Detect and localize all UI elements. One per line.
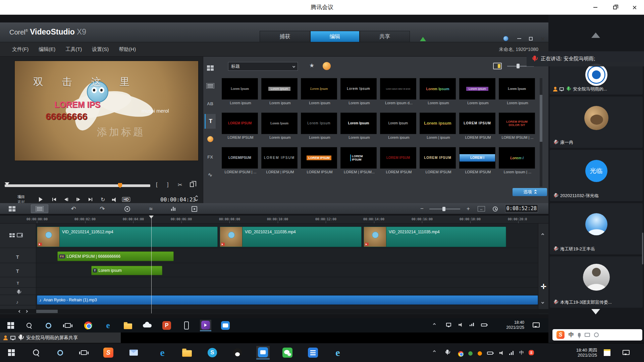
library-thumbnail[interactable]: Lorem ipsumLorem | ipsum bbox=[420, 113, 459, 147]
tray-volume-icon[interactable] bbox=[499, 351, 504, 355]
restore-button[interactable] bbox=[605, 0, 625, 15]
volume-button[interactable] bbox=[112, 197, 117, 202]
library-thumbnail[interactable]: Lorem IpsumLorem ipsum bbox=[301, 113, 340, 147]
timeline-hscrollbar[interactable] bbox=[0, 309, 548, 314]
shared-cortana-icon[interactable] bbox=[43, 320, 54, 331]
shared-start-button[interactable] bbox=[5, 320, 16, 331]
ie-icon[interactable]: e bbox=[331, 346, 344, 359]
tencent-docs-icon[interactable] bbox=[306, 346, 320, 359]
shared-chrome-icon[interactable] bbox=[83, 320, 94, 331]
action-center-icon[interactable] bbox=[623, 350, 630, 355]
go-to-end-button[interactable] bbox=[89, 198, 92, 201]
play-button[interactable] bbox=[39, 197, 43, 202]
scroll-up-arrow-icon[interactable] bbox=[591, 28, 600, 38]
filter-icon[interactable]: FX bbox=[205, 149, 216, 164]
timeline-right-scroll[interactable] bbox=[538, 224, 548, 314]
tab-share[interactable]: 共享 bbox=[360, 31, 410, 42]
library-thumbnail[interactable]: Lorem IpsumLorem ipsum bbox=[499, 78, 538, 113]
record-capture-icon[interactable] bbox=[122, 204, 132, 213]
library-thumbnail[interactable]: Lorem IpsumLorem ipsum bbox=[222, 78, 261, 113]
timeline-view-icon[interactable] bbox=[31, 204, 48, 213]
browse-icon[interactable] bbox=[323, 62, 331, 70]
library-thumbnail[interactable]: Lorem iLorem Ipsum | ... bbox=[499, 147, 538, 182]
input-mode-indicator[interactable]: 中 bbox=[519, 350, 524, 356]
shared-battery-icon[interactable] bbox=[481, 323, 487, 326]
mark-in-icon[interactable]: [ bbox=[156, 182, 157, 188]
sogou-icon[interactable]: S bbox=[102, 346, 115, 359]
previous-frame-button[interactable] bbox=[64, 198, 68, 201]
library-view-toggle-icon[interactable] bbox=[493, 63, 502, 69]
tray-network-icon[interactable] bbox=[509, 351, 514, 355]
ime-keyboard-icon[interactable] bbox=[585, 333, 590, 337]
library-scrollbar[interactable] bbox=[540, 78, 542, 187]
shared-onedrive-icon[interactable] bbox=[142, 320, 153, 331]
tray-green-icon[interactable] bbox=[468, 351, 473, 356]
shared-edge-icon[interactable]: e bbox=[102, 320, 114, 331]
sticky-notes-icon[interactable] bbox=[604, 349, 610, 356]
minimize-button[interactable] bbox=[586, 0, 605, 15]
tray-battery-icon[interactable] bbox=[487, 352, 493, 355]
search-icon[interactable] bbox=[30, 346, 43, 359]
shared-your-phone-icon[interactable] bbox=[181, 320, 192, 331]
title-clip[interactable]: T Lorem ipsum bbox=[91, 266, 162, 275]
vs-close-button[interactable] bbox=[538, 35, 546, 42]
overlay-track-icon[interactable]: T bbox=[16, 254, 19, 260]
mark-out-icon[interactable]: ] bbox=[167, 182, 168, 188]
preview-scrubber[interactable] bbox=[5, 184, 150, 187]
title-track2-icon[interactable]: T bbox=[17, 281, 19, 285]
scrubber-start-handle[interactable] bbox=[5, 182, 9, 188]
mail-icon[interactable] bbox=[127, 346, 140, 359]
go-to-start-button[interactable] bbox=[52, 198, 56, 201]
library-thumbnail[interactable]: Lorem IpsumLorem ipsum bbox=[420, 78, 459, 113]
shared-file-explorer-icon[interactable] bbox=[122, 320, 133, 331]
sound-mixer-icon[interactable]: ≈ bbox=[146, 204, 156, 213]
menu-settings[interactable]: 设置(S) bbox=[92, 46, 109, 53]
options-button[interactable]: 选项 bbox=[513, 188, 547, 196]
export-arrow-icon[interactable] bbox=[420, 34, 426, 41]
library-thumbnail[interactable]: Lorem IpsumLorem ipsum bbox=[301, 78, 340, 113]
library-thumbnail[interactable]: LOREMIPSUMLOREM IPSUM | ... bbox=[222, 147, 261, 182]
enlarge-preview-icon[interactable] bbox=[190, 182, 194, 187]
shared-network-icon[interactable] bbox=[470, 323, 474, 326]
ime-mic-icon[interactable] bbox=[578, 333, 581, 337]
repeat-button[interactable]: ↻ bbox=[101, 196, 105, 203]
vs-restore-button[interactable] bbox=[527, 35, 535, 42]
preview-video[interactable]: 双击这里 LOREM IPS 66666666 muspi merol 添加标题 bbox=[14, 61, 199, 161]
zoom-out-icon[interactable]: − bbox=[418, 204, 426, 213]
library-thumbnail[interactable]: Lorem IpsumLorem ipsum bbox=[340, 113, 380, 147]
mode-project[interactable]: 项目 bbox=[17, 194, 25, 199]
tray-chrome-icon[interactable] bbox=[457, 350, 465, 358]
tab-capture[interactable]: 捕获 bbox=[260, 31, 310, 42]
video-track-icon[interactable] bbox=[9, 233, 23, 237]
auto-music-icon[interactable] bbox=[168, 204, 178, 213]
tray-sogou-icon[interactable]: S bbox=[529, 350, 534, 355]
playhead-line[interactable] bbox=[151, 216, 152, 313]
library-thumbnail[interactable]: Lorem IpsumLorem ipsum bbox=[380, 113, 420, 147]
title-track-icon[interactable]: T bbox=[16, 268, 19, 274]
track-transparency-icon[interactable] bbox=[189, 204, 199, 213]
music-track-icon[interactable]: ♪ bbox=[16, 299, 18, 305]
menu-edit[interactable]: 编辑(E) bbox=[39, 46, 55, 53]
tray-chevron-icon[interactable] bbox=[433, 351, 435, 353]
scroll-down-arrow-icon[interactable] bbox=[591, 309, 600, 319]
library-thumbnail[interactable]: LOREM IPSUMLOREM IPSUM bbox=[380, 147, 420, 182]
task-view-icon[interactable] bbox=[77, 346, 91, 359]
shared-display-icon[interactable] bbox=[446, 323, 451, 326]
library-thumbnail[interactable]: LOREM ILOREM IPSUM bbox=[459, 147, 499, 182]
library-thumbnail[interactable]: LOREM IPSUM DOLOR SITLOREM IPSUM | ... bbox=[499, 113, 538, 147]
shared-powerpoint-icon[interactable]: P bbox=[161, 320, 172, 331]
video-clip[interactable]: VID_20210214_111035.mp4 bbox=[364, 227, 506, 247]
playhead-marker[interactable] bbox=[149, 216, 154, 221]
video-clip[interactable]: VID_20210214_111035.mp4 bbox=[220, 227, 362, 247]
edge-icon[interactable]: e bbox=[156, 346, 169, 359]
participant-tile[interactable]: 光临 2020211032-张光临 bbox=[550, 150, 643, 201]
music-clip[interactable]: ♪ Anan Ryoko - Refrain (1).mp3 bbox=[37, 295, 538, 305]
tray-orange-icon[interactable] bbox=[478, 351, 482, 356]
media-library-icon[interactable] bbox=[205, 61, 216, 75]
library-thumbnail[interactable]: LOREM IPSUMLOREM | IPSUM... bbox=[340, 147, 380, 182]
library-thumbnail[interactable]: Lorem ipsumLorem ipsum bbox=[261, 78, 301, 113]
sogou-ime-icon[interactable]: S bbox=[556, 331, 565, 339]
shared-task-view-icon[interactable] bbox=[62, 320, 73, 331]
library-thumbnail[interactable]: Lorem IpsumLorem ipsum bbox=[261, 113, 301, 147]
qq-icon[interactable] bbox=[231, 346, 244, 359]
